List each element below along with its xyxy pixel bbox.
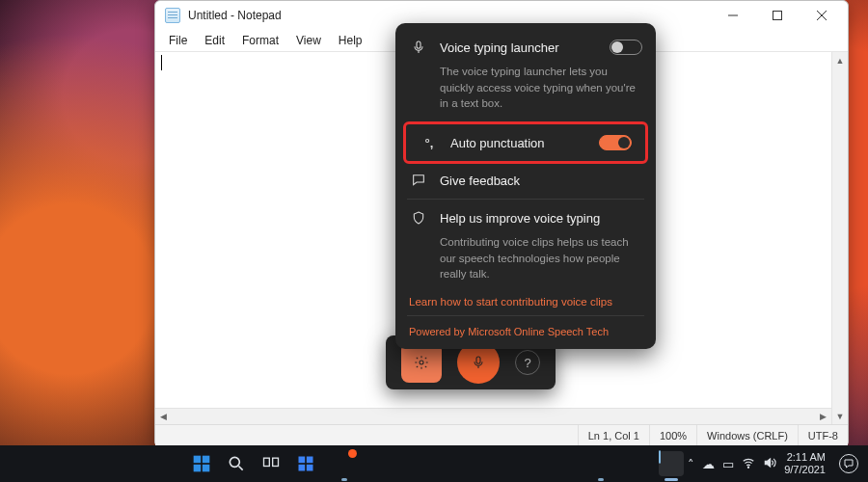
menu-help[interactable]: Help xyxy=(331,32,370,49)
svg-point-8 xyxy=(231,457,240,467)
status-eol: Windows (CRLF) xyxy=(696,425,798,446)
status-encoding: UTF-8 xyxy=(798,425,848,446)
menu-edit[interactable]: Edit xyxy=(197,32,232,49)
tray-network-icon[interactable] xyxy=(742,456,755,472)
vertical-scrollbar[interactable]: ▲ ▼ xyxy=(831,52,848,424)
improve-desc: Contributing voice clips helps us teach … xyxy=(395,234,656,292)
feedback-icon xyxy=(409,173,428,188)
voice-launcher-label: Voice typing launcher xyxy=(440,40,598,55)
widgets-button[interactable] xyxy=(294,452,317,475)
taskbar-app-notepad[interactable] xyxy=(659,451,684,476)
svg-rect-10 xyxy=(273,458,279,466)
svg-rect-3 xyxy=(476,357,480,363)
notification-badge-icon xyxy=(348,449,357,458)
search-button[interactable] xyxy=(225,452,248,475)
taskbar-app-chrome[interactable] xyxy=(585,451,610,476)
tray-chevron-up-icon[interactable]: ˄ xyxy=(688,457,694,471)
status-zoom: 100% xyxy=(649,425,696,446)
learn-link[interactable]: Learn how to start contributing voice cl… xyxy=(395,292,656,309)
tray-time: 2:11 AM xyxy=(787,451,826,464)
taskbar-app-store[interactable] xyxy=(439,451,464,476)
improve-label: Help us improve voice typing xyxy=(440,211,642,226)
tray-display-icon[interactable]: ▭ xyxy=(722,457,734,471)
svg-rect-12 xyxy=(307,457,313,464)
auto-punctuation-highlight: °, Auto punctuation xyxy=(403,121,648,164)
minimize-button[interactable] xyxy=(711,1,755,30)
voice-launcher-desc: The voice typing launcher lets you quick… xyxy=(395,64,656,121)
task-view-button[interactable] xyxy=(259,452,283,475)
panel-separator xyxy=(407,199,644,200)
start-button[interactable] xyxy=(190,452,213,475)
tray-volume-icon[interactable] xyxy=(763,456,776,472)
menu-file[interactable]: File xyxy=(161,32,195,49)
panel-separator-2 xyxy=(407,315,644,316)
taskbar-center xyxy=(190,451,684,476)
svg-rect-0 xyxy=(773,12,782,20)
voice-launcher-row[interactable]: Voice typing launcher xyxy=(395,31,656,64)
taskbar-app-chat[interactable] xyxy=(329,451,354,476)
panel-footer: Powered by Microsoft Online Speech Tech xyxy=(395,318,656,343)
taskbar-app-edge[interactable] xyxy=(402,451,427,476)
scroll-left-arrow[interactable]: ◀ xyxy=(155,409,172,424)
close-button[interactable] xyxy=(800,1,844,30)
taskbar-app-files[interactable] xyxy=(622,451,647,476)
voice-help-button[interactable]: ? xyxy=(515,350,540,375)
svg-rect-6 xyxy=(194,465,202,472)
tray-datetime[interactable]: 2:11 AM 9/7/2021 xyxy=(784,451,827,475)
maximize-button[interactable] xyxy=(755,1,800,30)
svg-rect-13 xyxy=(299,465,306,471)
improve-row[interactable]: Help us improve voice typing xyxy=(395,201,656,234)
svg-point-15 xyxy=(748,467,749,468)
svg-rect-4 xyxy=(194,456,202,464)
notifications-button[interactable] xyxy=(839,454,858,473)
taskbar-app-mail[interactable] xyxy=(475,451,501,476)
statusbar: Ln 1, Col 1 100% Windows (CRLF) UTF-8 xyxy=(155,424,848,446)
menu-view[interactable]: View xyxy=(288,32,329,49)
shield-icon xyxy=(409,210,428,226)
punctuation-icon: °, xyxy=(420,136,439,150)
svg-rect-5 xyxy=(203,456,210,464)
window-controls xyxy=(711,1,844,30)
microphone-icon xyxy=(409,40,428,55)
system-tray: ˄ ☁ ▭ 2:11 AM 9/7/2021 xyxy=(684,451,868,475)
notepad-icon xyxy=(165,8,180,23)
scroll-down-arrow[interactable]: ▼ xyxy=(832,408,848,424)
auto-punctuation-label: Auto punctuation xyxy=(450,136,587,150)
svg-point-2 xyxy=(420,361,423,364)
taskbar-app-explorer[interactable] xyxy=(366,451,391,476)
give-feedback-label: Give feedback xyxy=(440,174,642,188)
voice-launcher-toggle[interactable] xyxy=(610,40,642,55)
tray-date: 9/7/2021 xyxy=(784,464,826,476)
window-title: Untitled - Notepad xyxy=(188,9,282,22)
taskbar: ˄ ☁ ▭ 2:11 AM 9/7/2021 xyxy=(0,445,868,482)
auto-punctuation-toggle[interactable] xyxy=(599,135,632,150)
scroll-up-arrow[interactable]: ▲ xyxy=(832,52,848,68)
horizontal-scrollbar[interactable]: ◀ ▶ xyxy=(155,408,831,424)
taskbar-app-phone[interactable] xyxy=(549,451,574,476)
svg-rect-9 xyxy=(264,458,270,466)
svg-rect-11 xyxy=(299,457,306,464)
voice-typing-panel: Voice typing launcher The voice typing l… xyxy=(395,23,656,349)
svg-rect-7 xyxy=(203,465,210,472)
tray-onedrive-icon[interactable]: ☁ xyxy=(702,457,715,471)
taskbar-app-photos[interactable] xyxy=(512,451,537,476)
status-position: Ln 1, Col 1 xyxy=(578,425,649,446)
svg-rect-1 xyxy=(417,41,420,48)
menu-format[interactable]: Format xyxy=(234,32,286,49)
text-caret xyxy=(161,55,162,70)
svg-rect-14 xyxy=(307,465,313,471)
auto-punctuation-row[interactable]: °, Auto punctuation xyxy=(418,126,634,159)
scroll-right-arrow[interactable]: ▶ xyxy=(815,409,831,424)
give-feedback-row[interactable]: Give feedback xyxy=(395,164,656,197)
